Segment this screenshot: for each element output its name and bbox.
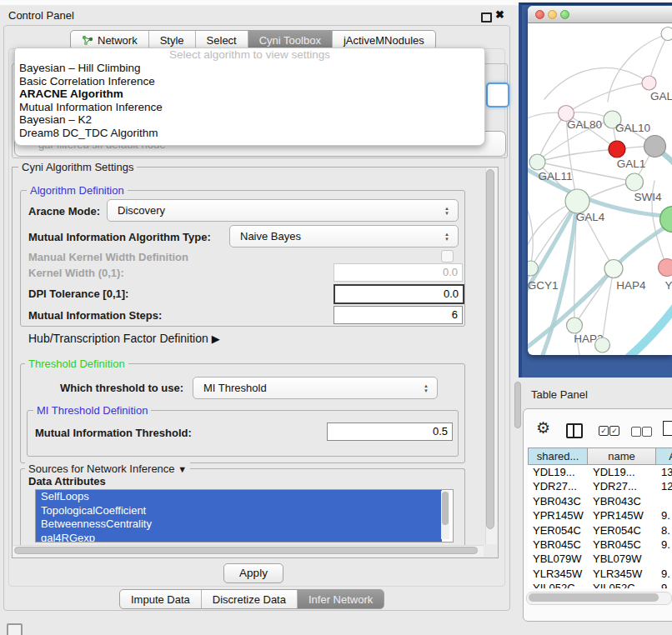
hub-definition-toggle[interactable]: Hub/Transcription Factor Definition ▶: [28, 332, 220, 345]
table-row[interactable]: YIL052CYIL052C9.: [528, 581, 672, 588]
table-row[interactable]: YPR145WYPR145W9.: [528, 508, 672, 522]
network-node[interactable]: [644, 136, 666, 158]
network-window-titlebar[interactable]: [528, 6, 672, 23]
network-edge: [528, 198, 533, 268]
table-row[interactable]: YER054CYER054C8.: [528, 523, 672, 538]
dpi-tolerance-field[interactable]: 0.0: [333, 284, 464, 304]
table-header-row: shared...nameA: [528, 448, 672, 465]
network-node[interactable]: [661, 28, 672, 41]
which-threshold-combo[interactable]: MI Threshold: [193, 377, 438, 399]
panel-divider-grip[interactable]: [514, 382, 521, 428]
table-row[interactable]: YDR27...YDR27...12: [528, 479, 672, 493]
tab-jactivemnodules[interactable]: jActiveMNodules: [333, 31, 435, 49]
network-node-y[interactable]: [659, 259, 672, 277]
table-cell: YIL052C: [528, 581, 588, 588]
tab-cyni-toolbox[interactable]: Cyni Toolbox: [248, 31, 333, 49]
aracne-mode-combo[interactable]: Discovery: [107, 199, 459, 222]
table-cell: 12: [656, 479, 672, 493]
checkbox-checked-icon[interactable]: ✓: [609, 426, 619, 436]
attributes-scrollbar-thumb[interactable]: [442, 492, 449, 525]
column-header-a[interactable]: A: [656, 448, 672, 465]
checkbox-unchecked-icon[interactable]: [642, 427, 652, 437]
page-icon[interactable]: [663, 421, 672, 436]
tab-select-label: Select: [207, 34, 237, 47]
sources-title: Sources for Network Inference: [28, 462, 175, 475]
mi-threshold-field[interactable]: 0.5: [327, 422, 453, 441]
dropdown-item-bayesian-hill-climbing[interactable]: Bayesian – Hill Climbing: [15, 62, 484, 75]
columns-icon[interactable]: [566, 423, 583, 438]
mi-steps-field[interactable]: 6: [333, 306, 463, 324]
gear-icon[interactable]: ⚙: [536, 420, 550, 436]
tab-network[interactable]: Network: [71, 31, 149, 49]
table-cell: YPR145W: [528, 508, 588, 522]
window-minimize-button[interactable]: [548, 10, 557, 19]
table-row[interactable]: YBR043CYBR043C: [528, 494, 672, 508]
node-label-y: Y: [664, 279, 672, 292]
checkbox-unchecked-icon[interactable]: [631, 427, 641, 437]
tab-discretize-data-label: Discretize Data: [213, 593, 286, 606]
dropdown-item-bayesian-k2[interactable]: Bayesian – K2: [15, 113, 484, 127]
float-panel-icon[interactable]: [481, 12, 492, 22]
algorithm-combo-focus-fragment[interactable]: [486, 82, 509, 108]
table-cell: YER054C: [528, 523, 588, 538]
node-label-gal80: GAL80: [567, 118, 602, 131]
node-label-gal10: GAL10: [615, 122, 650, 134]
network-node-swi4[interactable]: [626, 173, 644, 191]
tab-infer-network[interactable]: Infer Network: [298, 590, 384, 608]
network-node-gcy1[interactable]: [528, 261, 539, 276]
manual-kernel-label: Manual Kernel Width Definition: [28, 251, 188, 263]
dropdown-item-dream8-dc-tdc-algorithm[interactable]: Dream8 DC_TDC Algorithm: [15, 127, 484, 140]
network-node-gal1[interactable]: [609, 141, 625, 158]
tab-select[interactable]: Select: [196, 31, 248, 49]
network-node[interactable]: [595, 338, 610, 352]
close-panel-icon[interactable]: ✖: [495, 8, 504, 21]
mi-type-combo[interactable]: Naive Bayes: [229, 225, 459, 248]
settings-vscrollbar-thumb[interactable]: [486, 169, 494, 529]
network-node-hap4[interactable]: [604, 260, 623, 278]
minimized-panel-icon[interactable]: [7, 623, 23, 635]
manual-kernel-checkbox[interactable]: [441, 250, 454, 262]
network-edge: [624, 299, 672, 355]
table-row[interactable]: YBL079WYBL079W: [528, 552, 672, 566]
network-node-gal11[interactable]: [529, 154, 545, 170]
tab-style-label: Style: [160, 34, 184, 47]
attribute-item-selfloops[interactable]: SelfLoops: [36, 490, 442, 504]
table-row[interactable]: YBR045CYBR045C9.: [528, 538, 672, 552]
apply-button[interactable]: Apply: [223, 563, 283, 583]
which-threshold-label: Which threshold to use:: [60, 382, 183, 394]
table-panel-title: Table Panel: [531, 388, 588, 401]
attribute-item-betweennesscentrality[interactable]: BetweennessCentrality: [36, 518, 442, 532]
table-row[interactable]: YLR345WYLR345W9.: [528, 567, 672, 581]
table-cell: YLR345W: [588, 567, 656, 581]
column-header-name[interactable]: name: [588, 448, 656, 465]
tab-impute-data[interactable]: Impute Data: [120, 590, 202, 608]
checkbox-checked-icon[interactable]: ✓: [599, 426, 609, 436]
threshold-definition-title: Threshold Definition: [25, 358, 128, 370]
network-icon: [82, 35, 93, 46]
algorithm-dropdown-popup: Select algorithm to view settings Bayesi…: [14, 48, 485, 146]
table-hscrollbar-thumb[interactable]: [529, 593, 659, 602]
sources-toggle[interactable]: Sources for Network Inference ▼: [25, 462, 190, 475]
window-zoom-button[interactable]: [560, 10, 569, 19]
dropdown-item-aracne-algorithm[interactable]: ARACNE Algorithm: [15, 88, 484, 101]
column-header-shared[interactable]: shared...: [528, 448, 588, 465]
table-cell: YER054C: [588, 523, 656, 538]
network-node-hap2[interactable]: [567, 318, 583, 333]
mi-threshold-label: Mutual Information Threshold:: [35, 427, 192, 439]
network-graph[interactable]: GALGAL80GAL10GAL1GAL11SWI4GAL4GCY1HAP4YH…: [528, 22, 672, 355]
table-row[interactable]: YDL19...YDL19...13: [528, 465, 672, 479]
network-node-gal[interactable]: [642, 76, 656, 90]
tab-style[interactable]: Style: [149, 31, 196, 49]
window-close-button[interactable]: [535, 10, 544, 19]
table-cell: YDR27...: [588, 479, 656, 493]
node-label-gal11: GAL11: [538, 170, 572, 182]
kernel-width-field[interactable]: 0.0: [333, 263, 463, 282]
dropdown-item-basic-correlation-inference[interactable]: Basic Correlation Inference: [15, 75, 484, 88]
attribute-item-gal4rgexp[interactable]: gal4RGexp: [36, 532, 442, 543]
attribute-item-topologicalcoefficient[interactable]: TopologicalCoefficient: [36, 504, 442, 518]
dropdown-item-mutual-information-inference[interactable]: Mutual Information Inference: [15, 101, 484, 114]
network-node-gal4[interactable]: [565, 189, 589, 213]
tab-discretize-data[interactable]: Discretize Data: [202, 590, 298, 608]
settings-hscrollbar-thumb[interactable]: [14, 547, 478, 554]
tab-jactivemnodules-label: jActiveMNodules: [344, 34, 424, 47]
